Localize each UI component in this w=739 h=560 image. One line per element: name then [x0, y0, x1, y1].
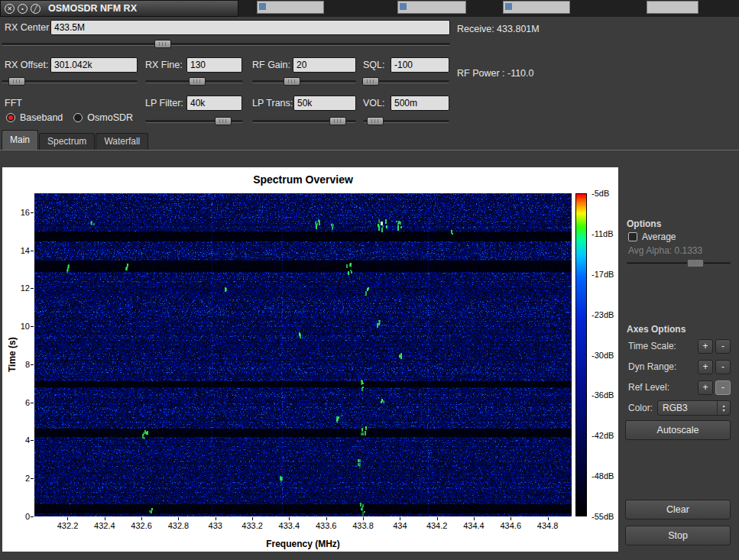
colorbar-tick-label: -23dB: [592, 310, 614, 319]
chevron-down-icon: ▾: [722, 408, 724, 413]
rx-offset-slider[interactable]: [2, 76, 138, 86]
y-axis-label: Time (s): [6, 193, 18, 516]
slider-handle[interactable]: [367, 117, 384, 125]
options-group-title: Options: [627, 218, 661, 229]
y-tick-mark: [31, 288, 34, 289]
rx-center-input[interactable]: [50, 20, 450, 35]
screen: ✕ • ╱ OSMOSDR NFM RX RX Center : Receive…: [0, 0, 739, 560]
y-tick-label: 0: [5, 512, 30, 521]
y-tick-label: 2: [5, 474, 30, 483]
waterfall-spectrogram: [34, 193, 572, 516]
rx-center-slider[interactable]: [2, 39, 450, 49]
sql-input[interactable]: [391, 57, 449, 73]
dyn-range-row: Dyn Range: + -: [628, 359, 731, 374]
slider-handle[interactable]: [362, 77, 379, 86]
rf-gain-label: RF Gain:: [252, 57, 290, 73]
tab-main[interactable]: Main: [2, 130, 38, 150]
time-scale-minus-button[interactable]: -: [715, 339, 731, 354]
y-tick-mark: [31, 326, 34, 327]
plot-title: Spectrum Overview: [2, 173, 604, 186]
x-tick-label: 433.6: [316, 521, 337, 530]
rx-center-label: RX Center :: [5, 20, 54, 35]
y-tick-label: 10: [5, 322, 30, 331]
fft-group-label: FFT: [5, 95, 22, 111]
rx-fine-input[interactable]: [186, 57, 242, 73]
x-tick-label: 434.2: [426, 521, 448, 530]
slider-handle[interactable]: [215, 117, 232, 125]
window-maximize-icon[interactable]: ╱: [31, 4, 41, 14]
x-tick-label: 432.2: [57, 521, 79, 530]
tab-waterfall[interactable]: Waterfall: [96, 133, 148, 150]
rx-fine-label: RX Fine:: [145, 57, 183, 73]
slider-handle[interactable]: [284, 77, 300, 86]
colorbar-tick-label: -42dB: [592, 431, 614, 440]
tab-spectrum[interactable]: Spectrum: [39, 133, 95, 150]
clear-button[interactable]: Clear: [625, 500, 731, 520]
colorbar-tick-label: -17dB: [592, 270, 614, 279]
dyn-range-plus-button[interactable]: +: [698, 360, 713, 374]
vol-slider[interactable]: [363, 116, 449, 126]
window-titlebar: ✕ • ╱ OSMOSDR NFM RX: [0, 0, 238, 17]
x-tick-mark: [105, 517, 105, 520]
fft-baseband-radio[interactable]: [6, 113, 15, 122]
color-select[interactable]: RGB3 ▴ ▾: [657, 400, 731, 416]
colorbar-tick-label: -5dB: [592, 189, 609, 198]
x-tick-mark: [400, 517, 400, 520]
average-option[interactable]: Average: [628, 231, 676, 242]
ref-level-row: Ref Level: + -: [628, 380, 731, 395]
spectrum-plot-panel: Spectrum Overview Time (s) 0246810121416…: [2, 167, 618, 552]
background-window-fragment: [647, 1, 698, 14]
window-close-icon[interactable]: ✕: [5, 4, 15, 14]
background-window-icon: [259, 3, 266, 10]
x-tick-mark: [67, 517, 68, 520]
background-window-fragment: [503, 1, 570, 14]
autoscale-button[interactable]: Autoscale: [625, 420, 731, 440]
dyn-range-minus-button[interactable]: -: [715, 360, 731, 374]
time-scale-label: Time Scale:: [628, 341, 695, 351]
rf-gain-input[interactable]: [293, 57, 356, 73]
fft-radio-group: Baseband OsmoSDR: [6, 112, 133, 123]
background-window-icon: [400, 3, 407, 10]
x-tick-label: 433.8: [352, 521, 374, 530]
average-checkbox[interactable]: [628, 232, 637, 241]
x-tick-mark: [510, 517, 511, 520]
color-select-value: RGB3: [658, 403, 717, 413]
lp-filter-slider[interactable]: [145, 116, 243, 126]
avg-alpha-slider[interactable]: [627, 258, 731, 268]
background-window-icon: [505, 3, 512, 10]
slider-groove: [627, 262, 731, 265]
time-scale-plus-button[interactable]: +: [698, 339, 713, 354]
y-tick-mark: [31, 212, 34, 213]
slider-handle[interactable]: [154, 40, 171, 48]
rx-offset-input[interactable]: [50, 57, 138, 73]
rx-fine-slider[interactable]: [145, 76, 243, 86]
x-tick-mark: [437, 517, 438, 520]
ref-level-label: Ref Level:: [628, 382, 695, 393]
fft-osmosdr-radio[interactable]: [73, 113, 83, 122]
vol-input[interactable]: [391, 95, 449, 111]
lp-trans-input[interactable]: [293, 95, 356, 111]
colorbar: [575, 193, 587, 516]
x-tick-label: 432.6: [131, 521, 152, 530]
x-tick-label: 433.4: [279, 521, 300, 530]
rf-gain-slider[interactable]: [252, 76, 356, 86]
y-tick-label: 16: [5, 208, 30, 217]
y-tick-label: 6: [5, 398, 30, 407]
slider-handle[interactable]: [329, 117, 346, 125]
ref-level-plus-button[interactable]: +: [698, 380, 713, 395]
x-tick-label: 432.8: [168, 521, 190, 530]
window-iconify-icon[interactable]: •: [18, 4, 28, 14]
lp-filter-input[interactable]: [186, 95, 242, 111]
sql-slider[interactable]: [363, 76, 449, 86]
slider-handle[interactable]: [687, 259, 704, 267]
x-tick-label: 434.6: [501, 521, 522, 530]
colorbar-tick-label: -36dB: [592, 390, 614, 400]
stop-button[interactable]: Stop: [625, 526, 731, 545]
slider-handle[interactable]: [189, 77, 206, 86]
slider-handle[interactable]: [8, 77, 25, 86]
x-tick-label: 433.2: [241, 521, 263, 530]
lp-trans-slider[interactable]: [252, 116, 356, 126]
y-tick-mark: [31, 516, 34, 517]
colorbar-tick-label: -11dB: [592, 229, 614, 238]
ref-level-minus-button[interactable]: -: [715, 380, 731, 395]
